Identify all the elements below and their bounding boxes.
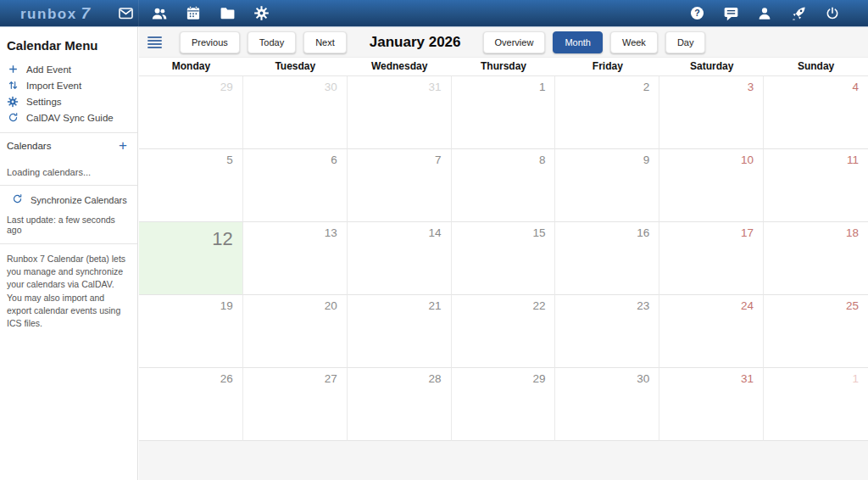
sidebar-item-add-event[interactable]: Add Event [0,61,137,77]
add-calendar-button[interactable]: + [119,141,131,151]
day-cell[interactable]: 9 [555,149,659,222]
day-cell[interactable]: 31 [659,368,764,441]
day-cell-today[interactable]: 12 [139,222,243,295]
day-cell[interactable]: 2 [555,76,659,149]
day-cell[interactable]: 28 [348,368,452,441]
day-cell[interactable]: 27 [243,368,348,441]
day-number: 22 [452,295,555,312]
sidebar: Calendar Menu Add Event Import Event Set… [0,27,138,480]
day-cell[interactable]: 21 [348,295,452,368]
day-number: 19 [139,295,242,312]
sidebar-item-import-event[interactable]: Import Event [0,77,137,93]
day-cell[interactable]: 5 [139,149,243,222]
account-icon[interactable] [748,0,782,27]
day-cell[interactable]: 26 [139,368,243,441]
day-cell[interactable]: 25 [764,295,868,368]
view-overview-button[interactable]: Overview [483,31,546,53]
refresh-icon [12,193,23,206]
day-number: 4 [764,76,868,93]
day-number: 10 [659,149,763,166]
weekday-label: Monday [139,58,243,75]
day-number: 24 [659,295,763,312]
day-number: 27 [243,368,347,385]
day-number: 28 [348,368,451,385]
loading-calendars-text: Loading calendars... [0,159,137,185]
calendar-toolbar: Previous Today Next January 2026 Overvie… [139,27,868,58]
sidebar-item-settings[interactable]: Settings [0,93,137,109]
day-cell[interactable]: 24 [659,295,764,368]
power-icon[interactable] [815,0,849,27]
day-cell[interactable]: 13 [243,222,348,295]
calendars-label: Calendars [7,141,51,151]
plus-icon [7,64,19,75]
synchronize-calendars-label: Synchronize Calendars [31,195,127,205]
day-cell[interactable]: 23 [555,295,659,368]
day-cell[interactable]: 22 [452,295,556,368]
calendar-main: Previous Today Next January 2026 Overvie… [139,27,868,480]
next-button[interactable]: Next [303,31,347,53]
rocket-icon[interactable] [782,0,815,27]
day-cell[interactable]: 19 [139,295,243,368]
contacts-icon[interactable] [142,0,176,27]
day-cell[interactable]: 15 [452,222,556,295]
view-week-button[interactable]: Week [610,31,658,53]
previous-button[interactable]: Previous [180,31,240,53]
view-day-button[interactable]: Day [665,31,706,53]
today-button[interactable]: Today [248,31,296,53]
menu-toggle-icon[interactable] [147,32,168,53]
day-cell[interactable]: 10 [659,149,764,222]
day-number: 14 [348,222,451,239]
day-cell[interactable]: 8 [452,149,556,222]
weekday-label: Sunday [764,58,868,75]
weekday-label: Thursday [452,58,556,75]
svg-text:?: ? [694,8,700,18]
day-cell[interactable]: 29 [452,368,556,441]
day-cell[interactable]: 1 [452,76,556,149]
day-number: 12 [139,222,242,250]
day-number: 2 [555,76,659,93]
month-grid: 29 30 31 1 2 3 4 5 6 7 8 9 10 11 12 13 1… [139,76,868,441]
day-number: 9 [555,149,659,166]
day-cell[interactable]: 16 [555,222,659,295]
day-cell[interactable]: 30 [243,76,348,149]
day-cell[interactable]: 3 [659,76,764,149]
day-number: 29 [139,76,242,93]
day-cell[interactable]: 17 [659,222,764,295]
day-cell[interactable]: 31 [348,76,452,149]
day-cell[interactable]: 1 [764,368,868,441]
day-number: 5 [139,149,242,166]
logo-seven: 7 [81,4,91,23]
logo-text: runbox [20,6,77,23]
day-cell[interactable]: 7 [348,149,452,222]
topbar-divider [138,0,139,26]
day-cell[interactable]: 18 [764,222,868,295]
topbar-left-icons [108,0,278,27]
calendar-icon[interactable] [176,0,210,27]
weekday-header: Monday Tuesday Wednesday Thursday Friday… [139,58,868,76]
synchronize-calendars-button[interactable]: Synchronize Calendars [0,186,137,209]
day-number: 18 [764,222,868,239]
day-number: 23 [555,295,659,312]
import-icon [7,80,19,92]
weekday-label: Wednesday [348,58,452,75]
day-cell[interactable]: 29 [139,76,243,149]
below-grid-area [139,441,868,480]
day-cell[interactable]: 14 [348,222,452,295]
day-cell[interactable]: 30 [555,368,659,441]
sidebar-item-caldav-sync-guide[interactable]: CalDAV Sync Guide [0,109,137,126]
day-number: 26 [139,368,242,385]
files-icon[interactable] [210,0,244,27]
day-number: 11 [764,149,868,166]
day-number: 8 [452,149,555,166]
day-cell[interactable]: 20 [243,295,348,368]
day-number: 7 [348,149,451,166]
sidebar-title: Calendar Menu [0,27,137,61]
view-month-button[interactable]: Month [553,31,603,53]
settings-icon[interactable] [244,0,278,27]
day-cell[interactable]: 11 [764,149,868,222]
help-icon[interactable]: ? [680,0,714,27]
runbox-logo[interactable]: runbox 7 [20,4,90,23]
day-cell[interactable]: 6 [243,149,348,222]
day-cell[interactable]: 4 [764,76,868,149]
support-chat-icon[interactable] [714,0,748,27]
